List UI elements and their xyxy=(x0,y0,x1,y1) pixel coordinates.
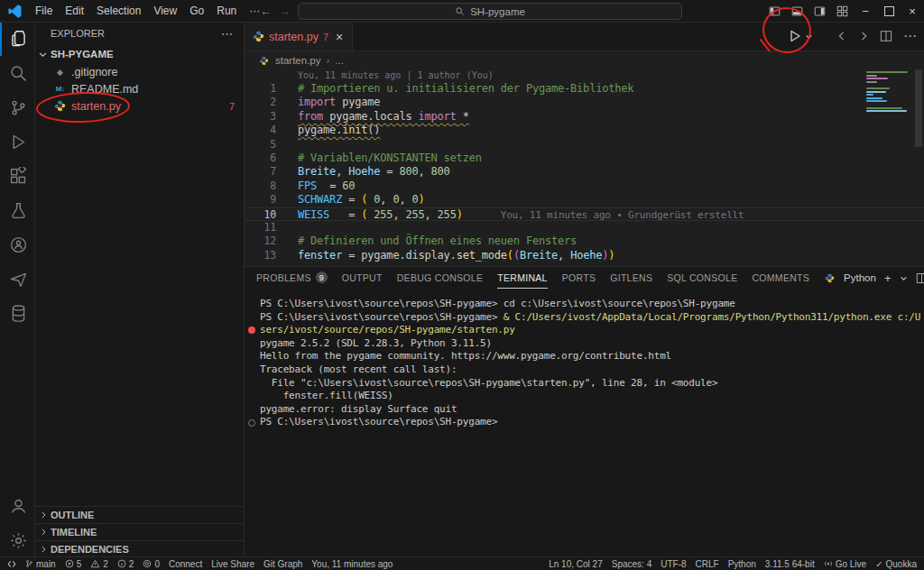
run-python-file-button[interactable] xyxy=(788,29,813,43)
status-python-interpreter[interactable]: 3.11.5 64-bit xyxy=(765,559,815,569)
menu-edit[interactable]: Edit xyxy=(59,5,90,17)
remote-explorer-icon[interactable] xyxy=(0,262,34,296)
code-line-9[interactable]: 9SCHWARZ = ( 0, 0, 0) xyxy=(244,193,924,207)
terminal-profile-label[interactable]: Python xyxy=(844,272,876,283)
go-back-icon[interactable] xyxy=(836,31,847,41)
status-sql-connect[interactable]: Connect xyxy=(169,559,202,569)
editor-scrollbar[interactable] xyxy=(915,69,922,147)
section-timeline[interactable]: TIMELINE xyxy=(34,523,244,540)
toggle-sidebar-icon[interactable] xyxy=(763,5,786,17)
customize-layout-icon[interactable] xyxy=(831,5,854,17)
nav-forward-icon[interactable]: → xyxy=(279,5,291,18)
live-share-icon[interactable] xyxy=(0,227,34,262)
terminal-profile-chevron-icon[interactable] xyxy=(900,274,908,282)
testing-beaker-icon[interactable] xyxy=(0,193,34,227)
breadcrumb-symbol[interactable]: ... xyxy=(335,55,344,66)
terminal-output[interactable]: PS C:\Users\ivost\source\repos\SH-pygame… xyxy=(244,289,924,557)
status-gitlens-blame[interactable]: You, 11 minutes ago xyxy=(311,559,393,569)
status-remote-indicator[interactable] xyxy=(7,559,16,569)
panel-tab-problems[interactable]: PROBLEMS9 xyxy=(256,267,328,289)
panel-tab-gitlens[interactable]: GITLENS xyxy=(610,267,652,289)
breadcrumb-file[interactable]: starten.py xyxy=(275,55,321,66)
source-control-icon[interactable] xyxy=(0,90,34,124)
toggle-panel-icon[interactable] xyxy=(786,5,808,17)
run-and-debug-icon[interactable] xyxy=(0,124,34,159)
status-language-mode[interactable]: Python xyxy=(728,559,756,569)
code-editor[interactable]: You, 11 minutes ago | 1 author (You) 1# … xyxy=(244,69,924,266)
menu-view[interactable]: View xyxy=(147,5,183,17)
section-outline[interactable]: OUTLINE xyxy=(34,506,244,523)
command-center-search[interactable]: SH-pygame xyxy=(298,3,682,20)
status-problems-warnings[interactable]: 2 xyxy=(90,559,108,569)
panel-tabs: PROBLEMS9OUTPUTDEBUG CONSOLETERMINALPORT… xyxy=(256,267,824,289)
line-number: 8 xyxy=(244,179,276,193)
code-line-8[interactable]: 8FPS = 60 xyxy=(244,179,924,193)
status-counter[interactable]: 0 xyxy=(143,559,160,569)
command-marker-icon xyxy=(248,419,255,427)
project-root-folder[interactable]: SH-PYGAME xyxy=(34,45,244,63)
extensions-icon[interactable] xyxy=(0,159,34,193)
explorer-more-actions-icon[interactable]: ⋯ xyxy=(221,27,233,41)
panel-tab-comments[interactable]: COMMENTS xyxy=(752,267,809,289)
new-terminal-icon[interactable]: + xyxy=(884,271,892,285)
nav-back-icon[interactable]: ← xyxy=(260,5,272,18)
status-problems-errors[interactable]: 5 xyxy=(65,559,82,569)
panel-tab-ports[interactable]: PORTS xyxy=(562,267,596,289)
file-row-.gitignore[interactable]: ◆.gitignore xyxy=(34,63,244,80)
go-forward-icon[interactable] xyxy=(858,31,869,41)
tab-close-icon[interactable]: × xyxy=(336,30,343,44)
file-row-README.md[interactable]: M↓README.md xyxy=(34,80,244,97)
status-indentation[interactable]: Spaces: 4 xyxy=(612,559,651,569)
status-git-graph[interactable]: Git Graph xyxy=(263,559,302,569)
code-line-4[interactable]: 4pygame.init() xyxy=(244,124,924,137)
section-dependencies[interactable]: DEPENDENCIES xyxy=(34,540,244,557)
menu-run[interactable]: Run xyxy=(210,5,243,17)
status-live-share[interactable]: Live Share xyxy=(211,559,254,569)
line-number: 4 xyxy=(244,124,276,137)
settings-gear-icon[interactable] xyxy=(0,523,34,557)
split-terminal-icon[interactable] xyxy=(916,272,924,284)
panel-tab-debug-console[interactable]: DEBUG CONSOLE xyxy=(397,267,484,289)
code-line-2[interactable]: 2import pygame xyxy=(244,96,924,109)
code-line-5[interactable]: 5 xyxy=(244,138,924,152)
status-cursor-position[interactable]: Ln 10, Col 27 xyxy=(549,559,603,569)
status-git-branch-icon xyxy=(25,558,33,569)
minimap[interactable] xyxy=(866,71,911,114)
editor-more-actions-icon[interactable]: ⋯ xyxy=(903,28,917,44)
file-row-starten.py[interactable]: starten.py7 xyxy=(34,97,244,115)
minimize-button[interactable]: − xyxy=(854,0,877,22)
gitlens-authors-header[interactable]: You, 11 minutes ago | 1 author (You) xyxy=(244,69,924,82)
menu-go[interactable]: Go xyxy=(183,5,210,17)
close-button[interactable]: × xyxy=(901,0,924,22)
status-go-live[interactable]: Go Live xyxy=(824,559,866,569)
status-encoding[interactable]: UTF-8 xyxy=(661,559,686,569)
status-quokka[interactable]: ✓Quokka xyxy=(875,559,917,569)
panel-tab-terminal[interactable]: TERMINAL xyxy=(497,267,548,289)
accounts-icon[interactable] xyxy=(0,489,34,523)
maximize-button[interactable] xyxy=(877,0,901,22)
menu-selection[interactable]: Selection xyxy=(90,5,147,17)
status-problems-infos[interactable]: 2 xyxy=(117,559,134,569)
code-line-12[interactable]: 12# Definieren und Öffnen eines neuen Fe… xyxy=(244,234,924,248)
tab-starten-py[interactable]: starten.py 7 × xyxy=(244,22,353,51)
code-line-11[interactable]: 11 xyxy=(244,221,924,234)
code-line-7[interactable]: 7Breite, Hoehe = 800, 800 xyxy=(244,165,924,179)
terminal-line: fenster.fill(WEISS) xyxy=(244,390,924,403)
tab-label: starten.py xyxy=(269,31,319,43)
search-view-icon[interactable] xyxy=(0,56,34,90)
code-line-6[interactable]: 6# Variablen/KONSTANTEN setzen xyxy=(244,152,924,165)
menu-file[interactable]: File xyxy=(29,5,59,17)
panel-tab-sql-console[interactable]: SQL CONSOLE xyxy=(667,267,737,289)
database-icon[interactable] xyxy=(0,296,34,330)
code-line-3[interactable]: 3from pygame.locals import * xyxy=(244,110,924,124)
explorer-icon[interactable] xyxy=(0,22,34,56)
code-line-13[interactable]: 13fenster = pygame.display.set_mode((Bre… xyxy=(244,249,924,262)
toggle-secondary-sidebar-icon[interactable] xyxy=(808,5,831,17)
code-line-10[interactable]: 10WEISS = ( 255, 255, 255)You, 11 minute… xyxy=(244,207,924,221)
panel-tab-output[interactable]: OUTPUT xyxy=(342,267,383,289)
split-editor-icon[interactable] xyxy=(880,30,892,42)
status-eol[interactable]: CRLF xyxy=(696,559,719,569)
status-git-branch[interactable]: main xyxy=(25,558,56,569)
code-line-1[interactable]: 1# Importieren u. initialisieren der Pyg… xyxy=(244,82,924,96)
breadcrumb[interactable]: starten.py › ... xyxy=(244,51,924,69)
